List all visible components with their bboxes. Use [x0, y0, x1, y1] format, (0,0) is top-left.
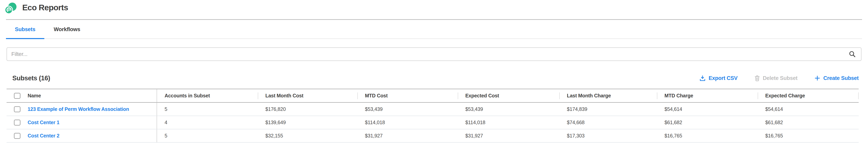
accounts-cell: 4	[157, 119, 258, 126]
column-header-name[interactable]: Name	[26, 89, 157, 102]
plus-icon	[814, 75, 820, 81]
toolbar-actions: Export CSV Delete Subset Create Subset	[700, 75, 859, 81]
accounts-cell: 5	[157, 106, 258, 112]
tab-subsets[interactable]: Subsets	[6, 20, 44, 39]
subset-name-link[interactable]: Cost Center 2	[28, 133, 59, 139]
tabs-baseline	[6, 38, 862, 39]
row-checkbox[interactable]	[14, 106, 21, 112]
mtd-charge-cell: $16,765	[657, 133, 758, 139]
expected-charge-cell: $16,765	[758, 133, 859, 139]
table-row: Cost Center 1 4 $139,649 $114,018 $114,0…	[6, 116, 859, 129]
mtd-cost-cell: $31,927	[358, 133, 458, 139]
row-checkbox[interactable]	[14, 119, 21, 126]
column-header-last-month-cost[interactable]: Last Month Cost	[258, 93, 358, 99]
row-checkbox-cell	[6, 106, 26, 112]
filter-input[interactable]	[6, 47, 862, 61]
subsets-toolbar: Subsets (16) Export CSV Delete Subset	[12, 74, 859, 82]
row-checkbox[interactable]	[14, 133, 21, 139]
expected-charge-cell: $54,614	[758, 106, 859, 112]
table-row: Cost Center 2 5 $32,155 $31,927 $31,927 …	[6, 129, 859, 143]
column-header-expected-cost[interactable]: Expected Cost	[458, 93, 559, 99]
column-header-mtd-charge[interactable]: MTD Charge	[657, 93, 758, 99]
expected-cost-cell: $114,018	[458, 119, 559, 126]
filter-container	[6, 47, 862, 61]
table-row: 123 Example of Perm Workflow Association…	[6, 103, 859, 116]
app-header: Eco Reports	[0, 0, 868, 19]
expected-cost-cell: $53,439	[458, 106, 559, 112]
subset-name-link[interactable]: 123 Example of Perm Workflow Association	[28, 106, 129, 112]
column-header-mtd-cost[interactable]: MTD Cost	[358, 93, 458, 99]
delete-subset-label: Delete Subset	[763, 75, 798, 81]
subset-name-link[interactable]: Cost Center 1	[28, 119, 59, 126]
expected-cost-cell: $31,927	[458, 133, 559, 139]
active-tab-indicator	[6, 38, 44, 39]
last-month-cost-cell: $176,820	[258, 106, 358, 112]
accounts-cell: 5	[157, 133, 258, 139]
expected-charge-cell: $61,682	[758, 119, 859, 126]
page-title: Eco Reports	[22, 4, 68, 12]
select-all-checkbox[interactable]	[14, 93, 21, 99]
create-subset-button[interactable]: Create Subset	[814, 75, 859, 81]
row-checkbox-cell	[6, 133, 26, 139]
tab-bar: Subsets Workflows	[6, 20, 862, 39]
header-checkbox-cell	[6, 93, 26, 99]
mtd-charge-cell: $61,682	[657, 119, 758, 126]
tab-workflows[interactable]: Workflows	[44, 20, 90, 39]
last-month-charge-cell: $174,839	[559, 106, 657, 112]
search-icon[interactable]	[849, 50, 856, 58]
last-month-charge-cell: $74,668	[559, 119, 657, 126]
export-csv-label: Export CSV	[709, 75, 738, 81]
table-header-row: Name Accounts in Subset Last Month Cost …	[6, 88, 859, 103]
subsets-count-heading: Subsets (16)	[12, 74, 50, 82]
column-header-last-month-charge[interactable]: Last Month Charge	[559, 93, 657, 99]
column-header-accounts[interactable]: Accounts in Subset	[157, 93, 258, 99]
row-checkbox-cell	[6, 119, 26, 126]
trash-icon	[754, 75, 760, 81]
column-header-expected-charge[interactable]: Expected Charge	[758, 93, 859, 99]
last-month-cost-cell: $32,155	[258, 133, 358, 139]
eco-logo-icon	[4, 2, 17, 15]
mtd-cost-cell: $53,439	[358, 106, 458, 112]
download-icon	[700, 75, 706, 81]
create-subset-label: Create Subset	[823, 75, 859, 81]
export-csv-button[interactable]: Export CSV	[700, 75, 738, 81]
mtd-charge-cell: $54,614	[657, 106, 758, 112]
subsets-table: Name Accounts in Subset Last Month Cost …	[6, 88, 859, 143]
mtd-cost-cell: $114,018	[358, 119, 458, 126]
last-month-charge-cell: $17,303	[559, 133, 657, 139]
delete-subset-button[interactable]: Delete Subset	[754, 75, 798, 81]
last-month-cost-cell: $139,649	[258, 119, 358, 126]
